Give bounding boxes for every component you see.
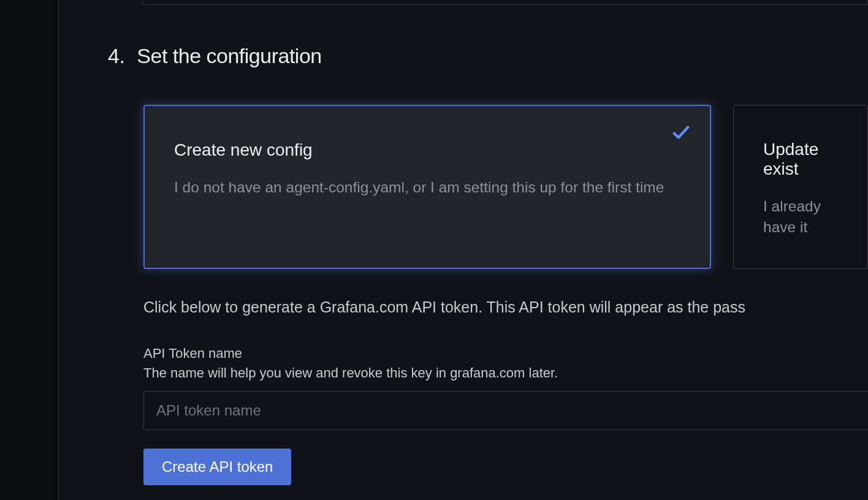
option-update-existing-config[interactable]: Update exist I already have it xyxy=(733,105,868,269)
api-token-name-help: The name will help you view and revoke t… xyxy=(143,365,868,381)
config-options-row: Create new config I do not have an agent… xyxy=(143,105,868,269)
api-token-instruction: Click below to generate a Grafana.com AP… xyxy=(143,298,868,316)
option-card-description: I already have it xyxy=(763,196,838,238)
create-api-token-button[interactable]: Create API token xyxy=(143,449,291,485)
step-header: 4. Set the configuration xyxy=(108,44,868,68)
option-create-new-config[interactable]: Create new config I do not have an agent… xyxy=(143,105,711,269)
main-content: 4. Set the configuration Create new conf… xyxy=(59,0,868,500)
sidebar-left-edge xyxy=(0,0,59,500)
api-token-name-input[interactable] xyxy=(143,391,868,430)
step-number: 4. xyxy=(108,44,124,68)
option-card-title: Update exist xyxy=(763,140,838,179)
option-card-description: I do not have an agent-config.yaml, or I… xyxy=(174,177,680,198)
checkmark-icon xyxy=(671,122,691,143)
api-token-name-field-group: API Token name The name will help you vi… xyxy=(143,346,868,430)
option-card-title: Create new config xyxy=(174,140,680,160)
api-token-name-label: API Token name xyxy=(143,346,868,362)
step-title: Set the configuration xyxy=(137,44,321,68)
